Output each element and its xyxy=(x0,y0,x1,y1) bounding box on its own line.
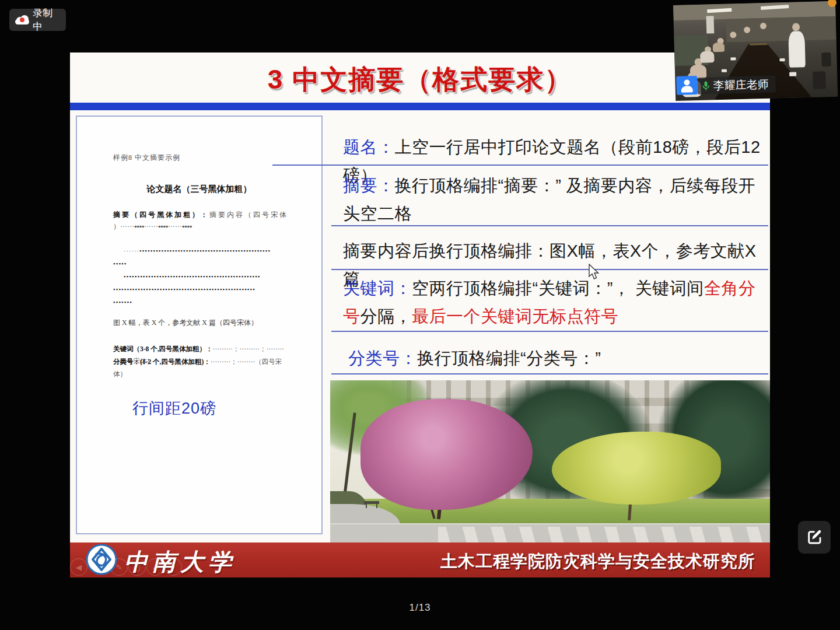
speaker-name: 李耀庄老师 xyxy=(713,76,769,93)
speaker-video-tile[interactable]: 李耀庄老师 xyxy=(673,1,838,101)
sample-figures-line: 图 X 幅，表 X 个，参考文献 X 篇（四号宋体） xyxy=(113,318,258,328)
save-icon[interactable]: ▢ xyxy=(128,558,146,576)
bench xyxy=(364,501,379,504)
edit-pencil-icon xyxy=(805,528,824,547)
dotted-filler-line: ▪▪▪▪▪ xyxy=(113,261,289,267)
previous-icon[interactable]: ◀ xyxy=(70,558,88,576)
section-divider xyxy=(272,164,768,166)
dotted-filler-line: ▪▪▪▪▪▪▪▪▪▪▪▪▪▪▪▪▪▪▪▪▪▪▪▪▪▪▪▪▪▪▪▪▪▪▪▪▪▪▪▪… xyxy=(113,274,289,279)
pen-icon[interactable]: ✎ xyxy=(110,558,128,576)
presentation-slide: 3 中文摘要（格式要求） 样例8 中文摘要示例 论文题名（三号黑体加粗） 摘 要… xyxy=(70,52,770,578)
attendee-body xyxy=(713,43,724,52)
recording-cloud-icon xyxy=(15,15,28,24)
yellow-green-tree xyxy=(552,432,721,505)
mouse-cursor xyxy=(588,264,601,281)
section-divider xyxy=(331,225,768,226)
point-keywords: 关键词：空两行顶格编排“关键词：”， 关键词间全角分号分隔，最后一个关键词无标点… xyxy=(343,274,764,330)
campus-photo xyxy=(330,380,770,542)
slide-title: 3 中文摘要（格式要求） xyxy=(70,62,770,98)
page-indicator: 1/13 xyxy=(0,602,840,614)
dotted-filler-line: ······▪▪▪▪▪▪▪▪▪▪▪▪▪▪▪▪▪▪▪▪▪▪▪▪▪▪▪▪▪▪▪▪▪▪… xyxy=(113,248,289,254)
point-abstract: 摘要：换行顶格编排“摘要：” 及摘要内容，后续每段开头空二格 xyxy=(343,172,764,228)
sample-caption: 样例8 中文摘要示例 xyxy=(113,153,180,163)
point-label: 分类号： xyxy=(348,349,417,368)
check-icon[interactable]: ✓ xyxy=(146,558,164,576)
sample-doc-title: 论文题名（三号黑体加粗） xyxy=(77,184,321,195)
recording-badge[interactable]: 录制中 xyxy=(9,9,66,31)
dotted-filler-line: ▪▪▪▪▪▪▪ xyxy=(113,299,289,305)
sample-abstract-paragraph: 摘 要 （ 四 号 黑 体 加 粗 ） ： 摘 要 内 容 （ 四 号 宋 体 … xyxy=(113,209,289,232)
mic-icon xyxy=(702,80,709,91)
paper xyxy=(779,58,785,61)
annotate-button[interactable] xyxy=(798,521,831,554)
paper xyxy=(722,69,727,72)
point-classno: 分类号：换行顶格编排“分类号：” xyxy=(348,344,769,372)
point-label: 摘要： xyxy=(343,176,395,195)
attendee-body xyxy=(700,51,715,63)
air-conditioner xyxy=(706,16,715,33)
point-label: 题名： xyxy=(343,138,395,156)
section-divider xyxy=(331,331,768,332)
line-spacing-note: 行间距20磅 xyxy=(132,398,216,419)
speaker-name-bar: 李耀庄老师 xyxy=(697,75,776,94)
abstract-sample-document: 样例8 中文摘要示例 论文题名（三号黑体加粗） 摘 要 （ 四 号 黑 体 加 … xyxy=(76,116,323,534)
title-underline-bar xyxy=(70,103,770,110)
chair xyxy=(813,71,826,89)
participant-avatar-icon xyxy=(676,76,698,95)
room-back-wall xyxy=(726,16,836,43)
sample-classno-line: 分类号：(1-2 个,四号黑体加粗)：·········；········（四号… xyxy=(113,356,294,380)
institute-name: 土木工程学院防灾科学与安全技术研究所 xyxy=(440,550,755,573)
point-label: 关键词： xyxy=(343,279,412,298)
chair xyxy=(821,52,831,66)
slide-footer: 中南大学 土木工程学院防灾科学与安全技术研究所 ◀ ✎ ▢ ✓ ▾ xyxy=(70,542,770,578)
dotted-filler-line: ▪▪▪▪▪▪▪▪▪▪▪▪▪▪▪▪▪▪▪▪▪▪▪▪▪▪▪▪▪▪▪▪▪▪▪▪▪▪▪▪… xyxy=(113,286,289,292)
section-divider xyxy=(331,373,768,374)
crosswalk-stripes xyxy=(438,527,770,542)
paper xyxy=(730,57,736,60)
more-icon[interactable]: ▾ xyxy=(164,558,182,576)
screen: 录制中 3 中文摘要（格式要求） 样例8 中文摘要示例 论文题名（三号黑体加粗）… xyxy=(0,0,840,630)
standing-speaker xyxy=(788,31,806,68)
recording-label: 录制中 xyxy=(33,6,60,33)
paper xyxy=(789,72,796,76)
section-divider xyxy=(331,269,768,270)
